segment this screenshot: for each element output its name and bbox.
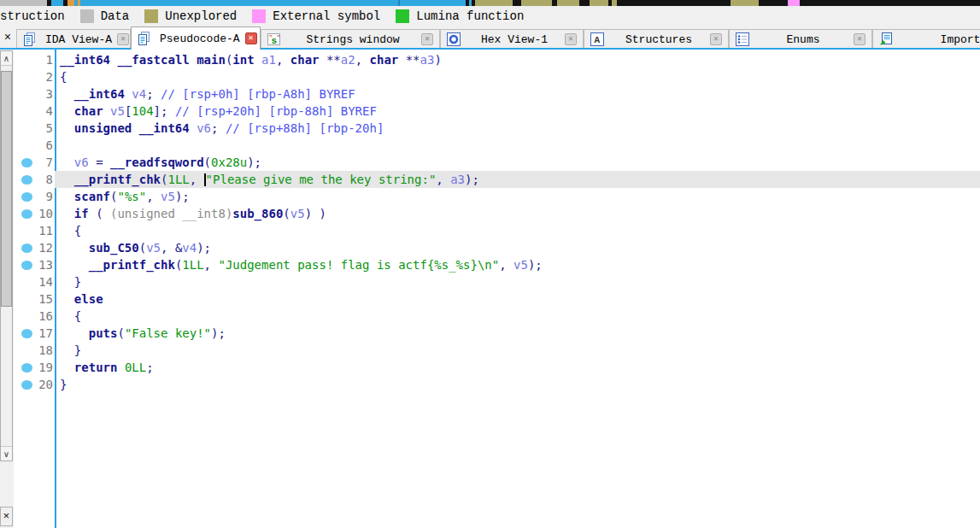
tab-structures[interactable]: AStructures✕ — [584, 29, 729, 49]
code-text[interactable]: return 0LL; — [55, 359, 980, 376]
band-segment[interactable] — [67, 0, 74, 6]
code-text[interactable]: puts("False key!"); — [55, 325, 980, 342]
tab-close-button[interactable]: ✕ — [565, 33, 577, 45]
code-token — [190, 121, 197, 135]
band-segment[interactable] — [759, 0, 788, 6]
breakpoint-dot[interactable] — [21, 329, 32, 338]
tabbar-close-button[interactable]: × — [1, 31, 15, 44]
tab-pseudocode-a[interactable]: Pseudocode-A✕ — [131, 26, 261, 50]
code-text[interactable]: char v5[104]; // [rsp+20h] [rbp-88h] BYR… — [55, 103, 980, 120]
breakpoint-gutter[interactable] — [14, 222, 34, 239]
code-token: , — [190, 173, 204, 186]
breakpoint-gutter[interactable] — [14, 154, 34, 171]
code-line-6: 6 — [14, 137, 980, 154]
band-segment[interactable] — [788, 0, 800, 6]
breakpoint-gutter[interactable] — [14, 359, 34, 376]
code-token: 0LL — [125, 361, 146, 374]
breakpoint-dot[interactable] — [21, 175, 32, 185]
scrollbar-down-button[interactable]: ∨ — [1, 446, 12, 461]
tab-ida-view-a[interactable]: IDA View-A✕ — [16, 29, 131, 49]
tab-import[interactable]: Import✕ — [872, 29, 980, 49]
tab-close-button[interactable]: ✕ — [245, 32, 257, 44]
breakpoint-dot[interactable] — [21, 243, 32, 253]
tab-close-button[interactable]: ✕ — [710, 33, 722, 45]
tab-hex-view-1[interactable]: Hex View-1✕ — [440, 29, 584, 49]
code-lines: 1__int64 __fastcall main(int a1, char **… — [14, 51, 980, 393]
breakpoint-gutter[interactable] — [14, 308, 34, 325]
breakpoint-gutter[interactable] — [14, 290, 34, 308]
band-segment[interactable] — [521, 0, 552, 6]
code-text[interactable]: { — [55, 68, 980, 85]
breakpoint-gutter[interactable] — [14, 239, 34, 256]
tab-strings-window[interactable]: ""sStrings window✕ — [261, 29, 440, 49]
breakpoint-gutter[interactable] — [14, 256, 34, 273]
tab-close-button[interactable]: ✕ — [421, 33, 433, 45]
breakpoint-gutter[interactable] — [14, 85, 34, 103]
breakpoint-dot[interactable] — [21, 192, 32, 202]
breakpoint-gutter[interactable] — [14, 171, 34, 188]
breakpoint-gutter[interactable] — [14, 342, 34, 359]
code-text[interactable]: __printf_chk(1LL, "Judgement pass! flag … — [55, 256, 980, 273]
band-segment[interactable] — [579, 0, 590, 6]
navigation-band[interactable] — [0, 0, 980, 6]
breakpoint-dot[interactable] — [21, 209, 32, 219]
code-text[interactable]: if ( (unsigned __int8)sub_860(v5) ) — [55, 205, 980, 222]
breakpoint-dot[interactable] — [21, 158, 32, 167]
pseudocode-view[interactable]: 1__int64 __fastcall main(int a1, char **… — [14, 50, 980, 528]
code-text[interactable]: } — [55, 273, 980, 290]
code-token: , — [204, 258, 219, 272]
code-token: __int64 — [74, 87, 125, 101]
band-segment[interactable] — [513, 0, 521, 6]
breakpoint-gutter[interactable] — [14, 205, 34, 222]
code-token: 104 — [132, 104, 153, 118]
code-text[interactable] — [55, 137, 980, 154]
code-text[interactable]: } — [55, 376, 980, 393]
band-segment[interactable] — [0, 0, 47, 6]
breakpoint-gutter[interactable] — [14, 376, 34, 393]
band-segment[interactable] — [400, 0, 466, 6]
code-text[interactable]: } — [55, 342, 980, 359]
breakpoint-gutter[interactable] — [14, 137, 34, 154]
scrollbar-thumb[interactable] — [1, 71, 12, 307]
code-token: ); — [175, 190, 190, 203]
code-text[interactable]: __printf_chk(1LL, "Please give me the ke… — [55, 171, 980, 188]
breakpoint-gutter[interactable] — [14, 120, 34, 137]
code-text[interactable]: else — [55, 290, 980, 308]
band-segment[interactable] — [617, 0, 731, 6]
breakpoint-gutter[interactable] — [14, 273, 34, 290]
code-text[interactable]: v6 = __readfsqword(0x28u); — [55, 154, 980, 171]
code-token: int — [232, 53, 254, 67]
breakpoint-gutter[interactable] — [14, 325, 34, 342]
scrollbar-up-button[interactable]: ∧ — [1, 51, 12, 66]
band-segment[interactable] — [731, 0, 759, 6]
code-token: "Judgement pass! flag is actf{%s_%s}\n" — [218, 258, 499, 272]
band-segment[interactable] — [590, 0, 608, 6]
left-scrollbar[interactable]: ∧ ∨ — [0, 50, 13, 461]
code-text[interactable]: __int64 __fastcall main(int a1, char **a… — [55, 51, 980, 68]
band-segment[interactable] — [557, 0, 579, 6]
breakpoint-gutter[interactable] — [14, 188, 34, 205]
code-text[interactable]: { — [55, 222, 980, 239]
band-segment[interactable] — [475, 0, 513, 6]
breakpoint-dot[interactable] — [21, 380, 32, 390]
breakpoint-gutter[interactable] — [14, 51, 34, 68]
code-text[interactable]: { — [55, 308, 980, 325]
code-token: // [rsp+20h] [rbp-88h] BYREF — [175, 104, 377, 118]
breakpoint-dot[interactable] — [21, 363, 32, 373]
tab-close-button[interactable]: ✕ — [854, 33, 866, 45]
band-segment[interactable] — [51, 0, 63, 6]
tab-enums[interactable]: Enums✕ — [729, 29, 872, 49]
code-text[interactable]: sub_C50(v5, &v4); — [55, 239, 980, 256]
breakpoint-dot[interactable] — [21, 261, 32, 270]
breakpoint-gutter[interactable] — [14, 103, 34, 120]
breakpoint-gutter[interactable] — [14, 68, 34, 85]
band-segment[interactable] — [800, 0, 980, 6]
code-text[interactable]: __int64 v4; // [rsp+0h] [rbp-A8h] BYREF — [55, 85, 980, 103]
code-text[interactable]: unsigned __int64 v6; // [rsp+88h] [rbp-2… — [55, 120, 980, 137]
band-segment[interactable] — [80, 0, 398, 6]
line-number: 18 — [34, 342, 55, 359]
code-text[interactable]: scanf("%s", v5); — [55, 188, 980, 205]
code-token: // [rsp+0h] [rbp-A8h] BYREF — [161, 87, 355, 101]
tab-close-button[interactable]: ✕ — [117, 33, 129, 45]
panel-close-button[interactable]: × — [0, 507, 13, 526]
